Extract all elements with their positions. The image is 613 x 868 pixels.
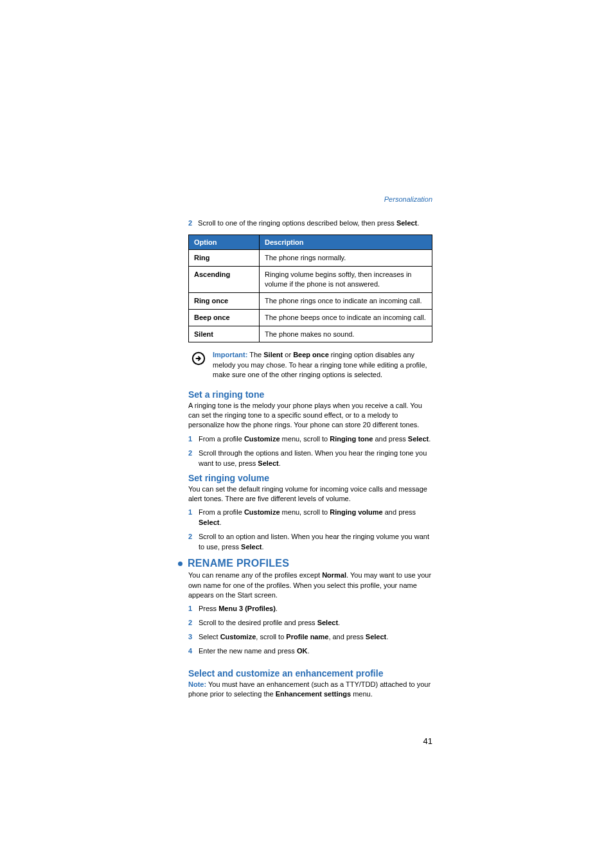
option-description: Ringing volume begins softly, then incre… (260, 267, 432, 293)
text: or (283, 351, 293, 359)
section-body: You can set the default ringing volume f… (188, 484, 432, 504)
text: . (307, 647, 309, 655)
text-bold: Enhancement settings (276, 690, 351, 698)
step-number: 3 (188, 632, 199, 642)
text: Scroll to an option and listen. When you… (199, 533, 429, 551)
text-bold: OK (297, 647, 308, 655)
step-number: 2 (188, 448, 199, 469)
text: menu, scroll to (280, 508, 330, 516)
steps-list: 1 From a profile Customize menu, scroll … (188, 434, 432, 469)
ringing-options-table: Option Description Ring The phone rings … (188, 235, 432, 342)
option-name: Ring once (189, 292, 260, 309)
text: . (417, 219, 419, 227)
option-description: The phone makes no sound. (260, 326, 432, 342)
text: . (338, 619, 340, 626)
section-body: A ringing tone is the melody your phone … (188, 401, 432, 430)
important-callout: Important: The Silent or Beep once ringi… (188, 350, 432, 380)
text-bold: Select (241, 543, 262, 551)
note-label: Note: (188, 680, 206, 688)
step-number: 1 (188, 508, 199, 528)
text-bold: Customize (244, 435, 280, 443)
list-item: 4 Enter the new name and press OK. (188, 646, 432, 657)
text-bold: Profile name (286, 633, 328, 641)
list-item: 1 From a profile Customize menu, scroll … (188, 508, 432, 528)
text: You can rename any of the profiles excep… (188, 571, 322, 579)
step-number: 2 (188, 532, 199, 553)
text: From a profile (199, 508, 244, 516)
section-body: You can rename any of the profiles excep… (188, 571, 432, 600)
option-name: Ascending (189, 267, 260, 293)
text: and press (383, 508, 416, 516)
list-item: 3 Select Customize, scroll to Profile na… (188, 632, 432, 642)
table-header-option: Option (189, 235, 260, 250)
table-row: Ascending Ringing volume begins softly, … (189, 267, 432, 293)
list-item: 2 Scroll to an option and listen. When y… (188, 532, 432, 553)
text-bold: Select (317, 619, 338, 626)
text-bold: Ringing volume (330, 508, 383, 516)
text-bold: Select (199, 518, 219, 526)
section-set-ringing-tone-title: Set a ringing tone (188, 389, 432, 400)
text: Press (199, 605, 218, 612)
table-row: Silent The phone makes no sound. (189, 326, 432, 342)
important-icon (191, 350, 206, 380)
option-name: Beep once (189, 309, 260, 326)
text-bold: Menu 3 (Profiles) (218, 605, 276, 612)
text: Scroll to the desired profile and press (199, 619, 317, 626)
section-enhancement-profile-title: Select and customize an enhancement prof… (188, 668, 432, 678)
table-header-description: Description (260, 235, 432, 250)
table-row: Ring The phone rings normally. (189, 250, 432, 267)
text-bold: Customize (220, 633, 256, 641)
table-row: Ring once The phone rings once to indica… (189, 292, 432, 309)
section-rename-profiles-title: RENAME PROFILES (188, 558, 289, 569)
list-item: 1 From a profile Customize menu, scroll … (188, 434, 432, 445)
text: Select (199, 633, 220, 641)
page-number: 41 (423, 736, 432, 746)
text-bold: Customize (244, 508, 280, 516)
steps-list: 1 Press Menu 3 (Profiles). 2 Scroll to t… (188, 604, 432, 657)
text: . (429, 435, 431, 443)
text-bold: Silent (263, 351, 283, 359)
step-number: 4 (188, 646, 199, 657)
text: . (279, 459, 281, 467)
text: , scroll to (256, 633, 286, 641)
option-name: Silent (189, 326, 260, 342)
text: , and press (328, 633, 365, 641)
text: . (262, 543, 263, 551)
text: menu, scroll to (280, 435, 330, 443)
option-description: The phone beeps once to indicate an inco… (260, 309, 432, 326)
text: Scroll to one of the ringing options des… (198, 219, 396, 227)
text: From a profile (199, 435, 244, 443)
step-number: 1 (188, 604, 199, 614)
list-item: 1 Press Menu 3 (Profiles). (188, 604, 432, 614)
text-bold: Ringing tone (330, 435, 373, 443)
text-bold: Normal (322, 571, 346, 579)
page-section-header: Personalization (188, 195, 432, 203)
text: . (219, 518, 221, 526)
option-name: Ring (189, 250, 260, 267)
step-number: 2 (188, 218, 196, 228)
important-label: Important: (213, 351, 247, 359)
list-item: 2 Scroll to the desired profile and pres… (188, 618, 432, 628)
text: The (247, 351, 263, 359)
option-description: The phone rings normally. (260, 250, 432, 267)
bullet-icon (178, 562, 182, 566)
section-body: Note: You must have an enhancement (such… (188, 680, 432, 700)
intro-step: 2 Scroll to one of the ringing options d… (188, 218, 432, 228)
section-set-ringing-volume-title: Set ringing volume (188, 473, 432, 483)
text-bold: Beep once (293, 351, 329, 359)
table-row: Beep once The phone beeps once to indica… (189, 309, 432, 326)
step-number: 1 (188, 434, 199, 445)
list-item: 2 Scroll through the options and listen.… (188, 448, 432, 469)
text-bold: Select (408, 435, 429, 443)
text-bold: Select (366, 633, 386, 641)
text: and press (373, 435, 407, 443)
text-bold: Select (396, 219, 417, 227)
text: menu. (351, 690, 373, 698)
option-description: The phone rings once to indicate an inco… (260, 292, 432, 309)
text: . (386, 633, 388, 641)
text: Scroll through the options and listen. W… (199, 449, 427, 467)
text: Enter the new name and press (199, 647, 297, 655)
step-number: 2 (188, 618, 199, 628)
text: . (276, 605, 278, 612)
section-rename-profiles-row: RENAME PROFILES (178, 558, 432, 569)
